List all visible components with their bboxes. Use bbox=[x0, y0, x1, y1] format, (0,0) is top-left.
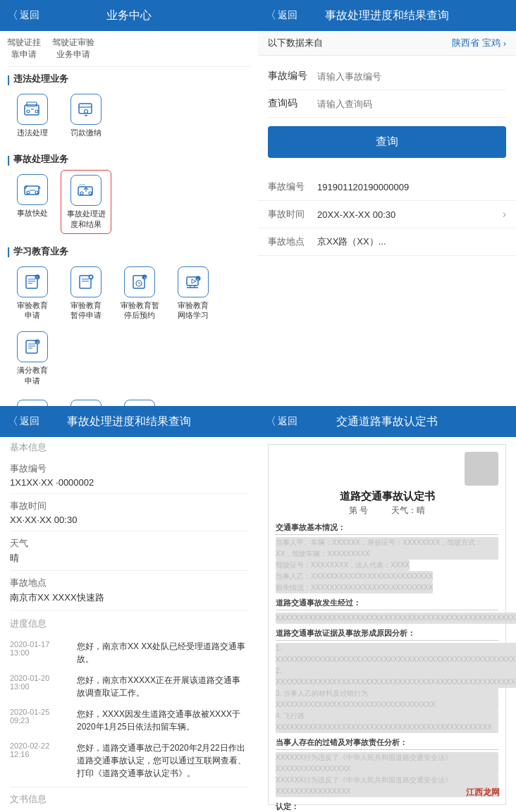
icon-manfenjiaoy2[interactable]: 满分教育暂停申请 bbox=[7, 395, 58, 406]
q4-back-button[interactable]: 〈 返回 bbox=[265, 414, 297, 429]
q3-progress-time-2: 2020-01-20 13:00 bbox=[10, 674, 70, 699]
q1-back-button[interactable]: 〈 返回 bbox=[7, 8, 39, 23]
icon-label-shigukuaichu: 事故快处 bbox=[17, 208, 48, 218]
icon-fakuanjiaona[interactable]: 罚款缴纳 bbox=[61, 90, 111, 142]
q3-progress-item-4: 2020-02-22 12:16 您好，道路交通事故已于2020年2月22日作出… bbox=[10, 737, 248, 784]
q2-query-button[interactable]: 查询 bbox=[268, 126, 506, 158]
jiahu-label: 驾驶证挂靠申请 bbox=[7, 37, 41, 59]
top-link-shenyan[interactable]: 驾驶证审验业务申请 bbox=[52, 37, 94, 61]
shigujindu-icon: >>> bbox=[76, 180, 96, 200]
q4-cert-section-0: 交通事故基本情况： 当事人甲、车辆：XXXXXX，身份证号：XXXXXXXX，驾… bbox=[276, 522, 498, 593]
icon-manfenjiaoy4[interactable]: 满分教育网络学习 bbox=[114, 395, 165, 406]
q3-progress-item-2: 2020-01-20 13:00 您好，南京市XXXXX正在开展该道路交通事故调… bbox=[10, 670, 248, 703]
q4-cert-logo-area bbox=[276, 452, 498, 486]
q2-result-accident-time-label: 事故时间 bbox=[268, 208, 317, 221]
q4-cert-section-0-line-3: 损失情况：XXXXXXXXXXXXXXXXXXXXXXXXXX bbox=[276, 582, 498, 593]
icon-shenyanjiaoy3[interactable]: ⊙ 审验教育暂停后预约 bbox=[114, 262, 165, 325]
q4-cert-section-0-line-0: 当事人甲、车辆：XXXXXX，身份证号：XXXXXXXX，驾驶方式：XX，驾驶车… bbox=[276, 537, 498, 560]
q3-progress-text-3: 您好，XXXX因发生道路交通事故被XXXX于2020年1月25日依法扣留车辆。 bbox=[77, 708, 248, 733]
q3-top-bar: 〈 返回 事故处理进度和结果查询 bbox=[0, 406, 258, 437]
q3-location-value: 南京市XX XXXX快速路 bbox=[10, 591, 248, 604]
q1-back-chevron-icon: 〈 bbox=[7, 8, 18, 23]
icon-manfenjiaoy1[interactable]: 0 满分教育申请 bbox=[7, 327, 58, 390]
q4-cert-section-3: 当事人存在的过错及对事故责任分析： XXXXXX行为违反了《中华人民共和国道路交… bbox=[276, 737, 498, 797]
icon-box-manfenjiaoy1: 0 bbox=[17, 331, 48, 362]
q3-accident-time-label: 事故时间 bbox=[10, 500, 248, 512]
q3-weather-row: 天气 晴 bbox=[10, 531, 248, 571]
svg-text:⊙: ⊙ bbox=[144, 275, 147, 279]
q4-cert-section-2-line-2: 3. 当事人乙的材料及过错行为XXXXXXXXXXXXXXXXXXXXXXXXX… bbox=[276, 688, 498, 710]
icon-box-manfenjiaoy4 bbox=[124, 400, 155, 406]
q4-watermark: 江西龙网 bbox=[466, 787, 500, 799]
icon-box-manfenjiaoy2 bbox=[17, 400, 48, 406]
icon-shenyanjiaoy4[interactable]: ≡ 审验教育网络学习 bbox=[168, 262, 219, 325]
q2-result-accident-time-row[interactable]: 事故时间 20XX-XX-XX 00:30 › bbox=[258, 201, 516, 228]
q3-back-label: 返回 bbox=[20, 415, 39, 428]
q4-back-chevron-icon: 〈 bbox=[265, 414, 276, 429]
icon-manfenjiaoy3[interactable]: 满分教育暂停后预约 bbox=[61, 395, 111, 406]
shenyanjiaoy2-icon bbox=[76, 272, 96, 292]
q1-top-bar: 〈 返回 业务中心 bbox=[0, 0, 258, 31]
top-links: 驾驶证挂靠申请 驾驶证审验业务申请 bbox=[7, 31, 251, 67]
svg-point-1 bbox=[27, 110, 30, 113]
q4-accident-cert: 〈 返回 交通道路事故认定书 道路交通事故认定书 第 号 天气：晴 交通事故基本… bbox=[258, 406, 516, 812]
icon-grid-wifachu: 违法处理 罚款缴纳 bbox=[7, 90, 251, 147]
icon-box-shenyanjiaoy3: ⊙ bbox=[124, 266, 155, 297]
icon-box-shenyanjiaoy2 bbox=[70, 266, 102, 297]
svg-point-11 bbox=[35, 191, 38, 194]
q4-cert-section-0-line-2: 当事人乙：XXXXXXXXXXXXXXXXXXXXXXXXXX bbox=[276, 571, 498, 582]
icon-grid-manfenjiaoy: 满分教育暂停申请 满分教育暂停后预约 bbox=[7, 395, 251, 406]
svg-marker-37 bbox=[192, 279, 196, 283]
icon-grid-shiguchuili: 事故快处 >>> 事故处理进 度和结果 bbox=[7, 170, 251, 240]
q2-title: 事故处理进度和结果查询 bbox=[325, 8, 449, 23]
q2-back-chevron-icon: 〈 bbox=[265, 8, 276, 23]
q2-accident-number-input[interactable] bbox=[317, 71, 506, 82]
q3-location-row: 事故地点 南京市XX XXXX快速路 bbox=[10, 571, 248, 610]
q2-result-accident-number-label: 事故编号 bbox=[268, 180, 317, 193]
icon-shenyanjiaoy1[interactable]: ! 审验教育申请 bbox=[7, 262, 58, 325]
q2-back-button[interactable]: 〈 返回 bbox=[265, 8, 297, 23]
icon-wifachuili[interactable]: 违法处理 bbox=[7, 90, 58, 142]
q4-content: 道路交通事故认定书 第 号 天气：晴 交通事故基本情况： 当事人甲、车辆：XXX… bbox=[258, 437, 516, 812]
section-header-wifachu: 违法处理业务 bbox=[7, 67, 251, 90]
q4-cert-section-3-line-0: XXXXXX行为违反了《中华人民共和国道路交通安全法》XXXXXXXXXXXXX… bbox=[276, 752, 498, 775]
q2-result-accident-location-row: 事故地点 京XX路（XX）... bbox=[258, 228, 516, 256]
q2-location-value[interactable]: 陕西省 宝鸡 › bbox=[452, 37, 506, 49]
q2-location-prefix: 以下数据来自 bbox=[268, 37, 323, 49]
shigukuaichu-icon bbox=[23, 180, 42, 199]
svg-rect-3 bbox=[27, 102, 37, 106]
q3-doc-item-cert[interactable]: 道路交通事故认定书 › bbox=[10, 808, 248, 812]
icon-box-shigujindu: >>> bbox=[70, 175, 102, 206]
icon-label-shenyanjiaoy1: 审验教育申请 bbox=[17, 300, 48, 321]
q3-back-button[interactable]: 〈 返回 bbox=[7, 414, 39, 429]
q3-back-chevron-icon: 〈 bbox=[7, 414, 18, 429]
q3-accident-time-row: 事故时间 XX·XX·XX 00:30 bbox=[10, 494, 248, 531]
q2-result-accident-time-value: 20XX-XX-XX 00:30 bbox=[317, 209, 503, 220]
q3-progress-text-4: 您好，道路交通事故已于2020年2月22日作出道路交通事故认定，您可以通过互联网… bbox=[77, 742, 248, 780]
icon-shigujindu[interactable]: >>> 事故处理进 度和结果 bbox=[61, 170, 111, 234]
q3-accident-number-label: 事故编号 bbox=[10, 462, 248, 475]
icon-box-shenyanjiaoy4: ≡ bbox=[178, 266, 209, 297]
q3-accident-detail: 〈 返回 事故处理进度和结果查询 基本信息 事故编号 1X1XX·XX ·000… bbox=[0, 406, 258, 812]
icon-label-fakuanjiaona: 罚款缴纳 bbox=[70, 128, 102, 137]
q4-title: 交通道路事故认定书 bbox=[336, 414, 438, 429]
q3-accident-time-value: XX·XX·XX 00:30 bbox=[10, 515, 248, 525]
q4-cert-section-1: 道路交通事故发生经过： XXXXXXXXXXXXXXXXXXXXXXXXXXXX… bbox=[276, 598, 498, 624]
q2-accident-query: 〈 返回 事故处理进度和结果查询 以下数据来自 陕西省 宝鸡 › 事故编号 查询… bbox=[258, 0, 516, 406]
shenyanjiaoy1-icon: ! bbox=[23, 272, 42, 292]
q3-progress-time-3: 2020-01-25 09:23 bbox=[10, 708, 70, 733]
q3-content: 基本信息 事故编号 1X1XX·XX ·0000002 事故时间 XX·XX·X… bbox=[0, 437, 258, 812]
section-header-xuexijiaoy: 学习教育业务 bbox=[7, 240, 251, 262]
icon-shigukuaichu[interactable]: 事故快处 bbox=[7, 170, 58, 234]
svg-text:0: 0 bbox=[37, 340, 39, 345]
fakuanjiaona-icon bbox=[76, 99, 96, 119]
icon-shenyanjiaoy2[interactable]: 审验教育暂停申请 bbox=[61, 262, 111, 325]
section-header-shiguchuili: 事故处理业务 bbox=[7, 147, 251, 170]
icon-grid-xuexijiaoy: ! 审验教育申请 审验教育暂停申请 bbox=[7, 262, 251, 395]
q3-weather-value: 晴 bbox=[10, 552, 248, 565]
q2-query-code-input[interactable] bbox=[317, 99, 506, 109]
shenyanjiaoy3-icon: ⊙ bbox=[130, 272, 149, 292]
q3-progress-time-4: 2020-02-22 12:16 bbox=[10, 742, 70, 780]
top-link-jiahu[interactable]: 驾驶证挂靠申请 bbox=[7, 37, 41, 61]
q2-back-label: 返回 bbox=[278, 9, 297, 22]
